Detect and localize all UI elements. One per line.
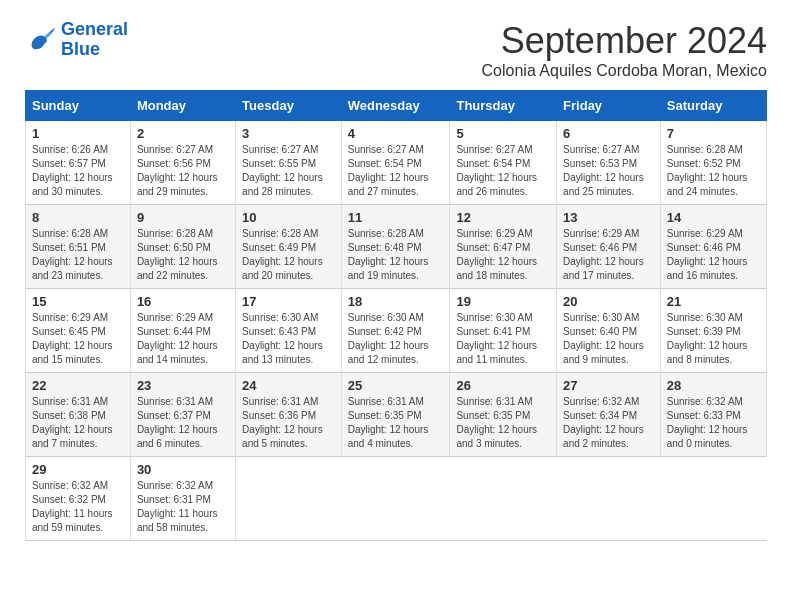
day-info: Sunrise: 6:27 AMSunset: 6:56 PMDaylight:… bbox=[137, 143, 229, 199]
day-number: 17 bbox=[242, 294, 335, 309]
day-info: Sunrise: 6:30 AMSunset: 6:40 PMDaylight:… bbox=[563, 311, 654, 367]
day-number: 2 bbox=[137, 126, 229, 141]
day-info: Sunrise: 6:32 AMSunset: 6:34 PMDaylight:… bbox=[563, 395, 654, 451]
logo: General Blue bbox=[25, 20, 128, 60]
calendar-cell: 22Sunrise: 6:31 AMSunset: 6:38 PMDayligh… bbox=[26, 373, 131, 457]
day-info: Sunrise: 6:28 AMSunset: 6:49 PMDaylight:… bbox=[242, 227, 335, 283]
day-info: Sunrise: 6:29 AMSunset: 6:44 PMDaylight:… bbox=[137, 311, 229, 367]
day-info: Sunrise: 6:32 AMSunset: 6:31 PMDaylight:… bbox=[137, 479, 229, 535]
day-number: 7 bbox=[667, 126, 760, 141]
header-day-thursday: Thursday bbox=[450, 91, 557, 121]
header-day-wednesday: Wednesday bbox=[341, 91, 450, 121]
header-day-sunday: Sunday bbox=[26, 91, 131, 121]
calendar-cell: 23Sunrise: 6:31 AMSunset: 6:37 PMDayligh… bbox=[130, 373, 235, 457]
day-number: 8 bbox=[32, 210, 124, 225]
day-info: Sunrise: 6:29 AMSunset: 6:46 PMDaylight:… bbox=[667, 227, 760, 283]
calendar-cell: 18Sunrise: 6:30 AMSunset: 6:42 PMDayligh… bbox=[341, 289, 450, 373]
day-number: 16 bbox=[137, 294, 229, 309]
calendar-cell: 7Sunrise: 6:28 AMSunset: 6:52 PMDaylight… bbox=[660, 121, 766, 205]
calendar-cell: 15Sunrise: 6:29 AMSunset: 6:45 PMDayligh… bbox=[26, 289, 131, 373]
calendar-cell: 13Sunrise: 6:29 AMSunset: 6:46 PMDayligh… bbox=[557, 205, 661, 289]
day-info: Sunrise: 6:31 AMSunset: 6:36 PMDaylight:… bbox=[242, 395, 335, 451]
calendar-cell: 28Sunrise: 6:32 AMSunset: 6:33 PMDayligh… bbox=[660, 373, 766, 457]
day-number: 15 bbox=[32, 294, 124, 309]
day-number: 29 bbox=[32, 462, 124, 477]
calendar-title: September 2024 bbox=[482, 20, 767, 62]
day-number: 24 bbox=[242, 378, 335, 393]
calendar-week-1: 1Sunrise: 6:26 AMSunset: 6:57 PMDaylight… bbox=[26, 121, 767, 205]
day-number: 26 bbox=[456, 378, 550, 393]
day-number: 11 bbox=[348, 210, 444, 225]
day-number: 22 bbox=[32, 378, 124, 393]
day-info: Sunrise: 6:28 AMSunset: 6:50 PMDaylight:… bbox=[137, 227, 229, 283]
calendar-cell: 25Sunrise: 6:31 AMSunset: 6:35 PMDayligh… bbox=[341, 373, 450, 457]
day-number: 30 bbox=[137, 462, 229, 477]
header: General Blue September 2024 Colonia Aqui… bbox=[25, 20, 767, 80]
day-number: 21 bbox=[667, 294, 760, 309]
day-info: Sunrise: 6:29 AMSunset: 6:45 PMDaylight:… bbox=[32, 311, 124, 367]
day-info: Sunrise: 6:29 AMSunset: 6:46 PMDaylight:… bbox=[563, 227, 654, 283]
calendar-cell: 9Sunrise: 6:28 AMSunset: 6:50 PMDaylight… bbox=[130, 205, 235, 289]
day-number: 25 bbox=[348, 378, 444, 393]
day-info: Sunrise: 6:26 AMSunset: 6:57 PMDaylight:… bbox=[32, 143, 124, 199]
day-info: Sunrise: 6:30 AMSunset: 6:39 PMDaylight:… bbox=[667, 311, 760, 367]
day-number: 3 bbox=[242, 126, 335, 141]
calendar-cell: 27Sunrise: 6:32 AMSunset: 6:34 PMDayligh… bbox=[557, 373, 661, 457]
calendar-cell: 24Sunrise: 6:31 AMSunset: 6:36 PMDayligh… bbox=[236, 373, 342, 457]
day-number: 14 bbox=[667, 210, 760, 225]
calendar-cell bbox=[450, 457, 557, 541]
calendar-cell: 2Sunrise: 6:27 AMSunset: 6:56 PMDaylight… bbox=[130, 121, 235, 205]
calendar-cell: 12Sunrise: 6:29 AMSunset: 6:47 PMDayligh… bbox=[450, 205, 557, 289]
calendar-cell: 10Sunrise: 6:28 AMSunset: 6:49 PMDayligh… bbox=[236, 205, 342, 289]
calendar-header-row: SundayMondayTuesdayWednesdayThursdayFrid… bbox=[26, 91, 767, 121]
calendar-cell: 16Sunrise: 6:29 AMSunset: 6:44 PMDayligh… bbox=[130, 289, 235, 373]
day-info: Sunrise: 6:28 AMSunset: 6:52 PMDaylight:… bbox=[667, 143, 760, 199]
day-info: Sunrise: 6:27 AMSunset: 6:53 PMDaylight:… bbox=[563, 143, 654, 199]
header-day-saturday: Saturday bbox=[660, 91, 766, 121]
calendar-week-5: 29Sunrise: 6:32 AMSunset: 6:32 PMDayligh… bbox=[26, 457, 767, 541]
day-number: 28 bbox=[667, 378, 760, 393]
calendar-cell: 30Sunrise: 6:32 AMSunset: 6:31 PMDayligh… bbox=[130, 457, 235, 541]
day-number: 23 bbox=[137, 378, 229, 393]
day-info: Sunrise: 6:27 AMSunset: 6:54 PMDaylight:… bbox=[456, 143, 550, 199]
calendar-cell: 1Sunrise: 6:26 AMSunset: 6:57 PMDaylight… bbox=[26, 121, 131, 205]
day-info: Sunrise: 6:31 AMSunset: 6:37 PMDaylight:… bbox=[137, 395, 229, 451]
day-info: Sunrise: 6:30 AMSunset: 6:41 PMDaylight:… bbox=[456, 311, 550, 367]
header-day-friday: Friday bbox=[557, 91, 661, 121]
calendar-cell bbox=[236, 457, 342, 541]
calendar-cell: 5Sunrise: 6:27 AMSunset: 6:54 PMDaylight… bbox=[450, 121, 557, 205]
day-number: 6 bbox=[563, 126, 654, 141]
calendar-cell: 4Sunrise: 6:27 AMSunset: 6:54 PMDaylight… bbox=[341, 121, 450, 205]
day-info: Sunrise: 6:28 AMSunset: 6:51 PMDaylight:… bbox=[32, 227, 124, 283]
day-info: Sunrise: 6:27 AMSunset: 6:54 PMDaylight:… bbox=[348, 143, 444, 199]
day-number: 4 bbox=[348, 126, 444, 141]
day-info: Sunrise: 6:32 AMSunset: 6:33 PMDaylight:… bbox=[667, 395, 760, 451]
calendar-cell: 19Sunrise: 6:30 AMSunset: 6:41 PMDayligh… bbox=[450, 289, 557, 373]
calendar-subtitle: Colonia Aquiles Cordoba Moran, Mexico bbox=[482, 62, 767, 80]
title-section: September 2024 Colonia Aquiles Cordoba M… bbox=[482, 20, 767, 80]
day-info: Sunrise: 6:27 AMSunset: 6:55 PMDaylight:… bbox=[242, 143, 335, 199]
calendar-cell: 14Sunrise: 6:29 AMSunset: 6:46 PMDayligh… bbox=[660, 205, 766, 289]
logo-bird-icon bbox=[25, 24, 57, 56]
day-info: Sunrise: 6:31 AMSunset: 6:35 PMDaylight:… bbox=[348, 395, 444, 451]
calendar-cell bbox=[341, 457, 450, 541]
day-number: 10 bbox=[242, 210, 335, 225]
day-info: Sunrise: 6:31 AMSunset: 6:35 PMDaylight:… bbox=[456, 395, 550, 451]
day-info: Sunrise: 6:28 AMSunset: 6:48 PMDaylight:… bbox=[348, 227, 444, 283]
day-info: Sunrise: 6:29 AMSunset: 6:47 PMDaylight:… bbox=[456, 227, 550, 283]
day-number: 27 bbox=[563, 378, 654, 393]
header-day-monday: Monday bbox=[130, 91, 235, 121]
calendar-week-3: 15Sunrise: 6:29 AMSunset: 6:45 PMDayligh… bbox=[26, 289, 767, 373]
day-number: 19 bbox=[456, 294, 550, 309]
day-info: Sunrise: 6:30 AMSunset: 6:42 PMDaylight:… bbox=[348, 311, 444, 367]
calendar-cell: 11Sunrise: 6:28 AMSunset: 6:48 PMDayligh… bbox=[341, 205, 450, 289]
day-number: 9 bbox=[137, 210, 229, 225]
calendar-cell bbox=[557, 457, 661, 541]
header-day-tuesday: Tuesday bbox=[236, 91, 342, 121]
calendar-cell: 6Sunrise: 6:27 AMSunset: 6:53 PMDaylight… bbox=[557, 121, 661, 205]
calendar-cell: 20Sunrise: 6:30 AMSunset: 6:40 PMDayligh… bbox=[557, 289, 661, 373]
logo-text: General Blue bbox=[61, 20, 128, 60]
day-info: Sunrise: 6:32 AMSunset: 6:32 PMDaylight:… bbox=[32, 479, 124, 535]
day-number: 5 bbox=[456, 126, 550, 141]
calendar-cell: 3Sunrise: 6:27 AMSunset: 6:55 PMDaylight… bbox=[236, 121, 342, 205]
